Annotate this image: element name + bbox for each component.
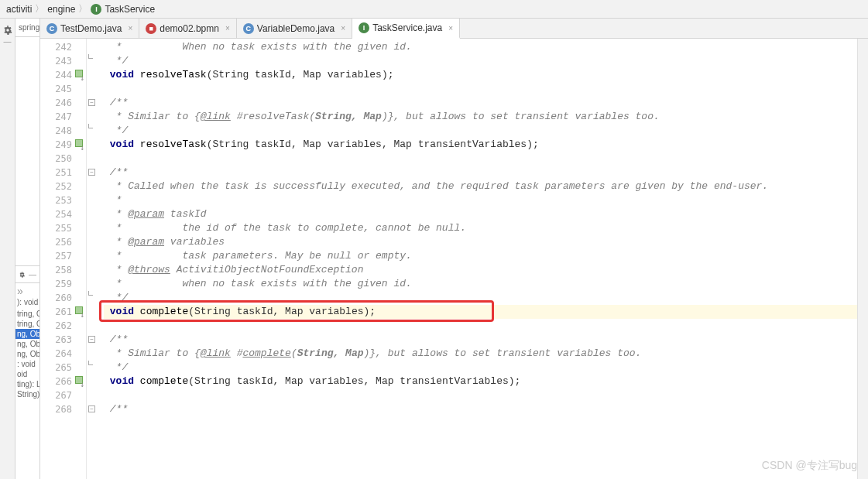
structure-item[interactable]: oid — [15, 369, 39, 379]
code-line[interactable]: * When no task exists with the given id. — [104, 40, 857, 54]
line-number[interactable]: 244↓ — [40, 68, 72, 82]
left-toolbar: — — [0, 19, 15, 479]
tab-taskservice-java[interactable]: ITaskService.java× — [352, 19, 460, 39]
breadcrumb-item[interactable]: engine — [47, 4, 75, 15]
line-number[interactable]: 256 — [40, 235, 72, 249]
code-line[interactable]: void complete(String taskId, Map variabl… — [104, 305, 857, 319]
code-line[interactable]: /** — [104, 96, 857, 110]
line-number[interactable]: 247 — [40, 110, 72, 124]
code-line[interactable]: */ — [104, 291, 857, 305]
code-line[interactable]: * @param variables — [104, 235, 857, 249]
line-number[interactable]: 243 — [40, 54, 72, 68]
line-number[interactable]: 242 — [40, 40, 72, 54]
line-number[interactable]: 248 — [40, 124, 72, 138]
line-number[interactable]: 254 — [40, 207, 72, 221]
code-line[interactable]: * @throws ActivitiObjectNotFoundExceptio… — [104, 263, 857, 277]
implements-arrow-icon[interactable]: ↓ — [80, 308, 84, 322]
line-number[interactable]: 262 — [40, 319, 72, 333]
code-line[interactable]: /** — [104, 402, 857, 416]
implements-arrow-icon[interactable]: ↓ — [80, 141, 84, 155]
structure-item[interactable]: tring, O — [15, 309, 39, 319]
fold-collapse-icon[interactable]: − — [88, 336, 95, 343]
gear-icon[interactable] — [2, 25, 13, 36]
code-line[interactable]: * the id of the task to complete, cannot… — [104, 221, 857, 235]
code-line[interactable]: */ — [104, 361, 857, 375]
code-line[interactable]: /** — [104, 166, 857, 180]
fold-end-icon[interactable] — [88, 361, 93, 365]
code-line[interactable]: * when no task exists with the given id. — [104, 277, 857, 291]
editor-area: CTestDemo.java×■demo02.bpmn×CVariableDem… — [40, 19, 868, 479]
structure-item[interactable]: ting): Lis — [15, 379, 39, 389]
code-content[interactable]: * When no task exists with the given id.… — [98, 39, 857, 479]
structure-header[interactable]: — — [15, 266, 39, 283]
line-gutter[interactable]: 242243244↓245246247248249↓25025125225325… — [40, 39, 87, 479]
fold-collapse-icon[interactable]: − — [88, 405, 95, 412]
line-number[interactable]: 258 — [40, 263, 72, 277]
line-number[interactable]: 263 — [40, 333, 72, 347]
code-line[interactable]: * Similar to {@link #resolveTask(String,… — [104, 110, 857, 124]
code-line[interactable]: * task parameters. May be null or empty. — [104, 249, 857, 263]
tab-variabledemo-java[interactable]: CVariableDemo.java× — [237, 19, 352, 38]
vertical-scrollbar[interactable] — [857, 39, 868, 479]
line-number[interactable]: 246 — [40, 96, 72, 110]
fold-end-icon[interactable] — [88, 124, 93, 128]
line-number[interactable]: 253 — [40, 193, 72, 207]
code-line[interactable]: * Called when the task is successfully e… — [104, 180, 857, 193]
line-number[interactable]: 255 — [40, 221, 72, 235]
close-icon[interactable]: × — [128, 24, 132, 33]
line-number[interactable]: 266↓ — [40, 375, 72, 388]
fold-end-icon[interactable] — [88, 291, 93, 296]
fold-end-icon[interactable] — [88, 54, 93, 59]
structure-item[interactable]: ng, Obje — [15, 339, 39, 349]
line-number[interactable]: 264 — [40, 347, 72, 361]
breadcrumb-item[interactable]: activiti — [6, 4, 32, 15]
collapse-icon[interactable]: — — [4, 37, 12, 46]
line-number[interactable]: 260 — [40, 291, 72, 305]
line-number[interactable]: 250 — [40, 152, 72, 166]
fold-collapse-icon[interactable]: − — [88, 99, 95, 106]
gear-icon[interactable] — [19, 270, 26, 279]
code-line[interactable]: */ — [104, 124, 857, 138]
line-number[interactable]: 265 — [40, 361, 72, 375]
structure-item[interactable]: tring, O — [15, 319, 39, 329]
close-icon[interactable]: × — [448, 24, 453, 33]
close-icon[interactable]: × — [341, 24, 345, 33]
code-line[interactable] — [104, 319, 857, 333]
structure-item[interactable]: ng, Obje — [15, 349, 39, 359]
line-number[interactable]: 257 — [40, 249, 72, 263]
line-number[interactable]: 252 — [40, 180, 72, 193]
code-line[interactable] — [104, 388, 857, 402]
structure-item[interactable]: ng, Obje — [15, 329, 39, 339]
line-number[interactable]: 267 — [40, 388, 72, 402]
code-line[interactable] — [104, 82, 857, 96]
fold-column[interactable]: −−−− — [87, 39, 98, 479]
code-line[interactable]: */ — [104, 54, 857, 68]
structure-item[interactable]: : void — [15, 359, 39, 369]
implements-arrow-icon[interactable]: ↓ — [80, 378, 84, 392]
line-number[interactable]: 268 — [40, 402, 72, 416]
code-line[interactable]: /** — [104, 333, 857, 347]
code-line[interactable] — [104, 152, 857, 166]
code-line[interactable]: void resolveTask(String taskId, Map vari… — [104, 68, 857, 82]
close-icon[interactable]: × — [225, 24, 230, 33]
line-number[interactable]: 251 — [40, 166, 72, 180]
code-line[interactable]: void complete(String taskId, Map variabl… — [104, 375, 857, 388]
tab-testdemo-java[interactable]: CTestDemo.java× — [40, 19, 139, 38]
structure-item[interactable]: String): v — [15, 389, 39, 399]
code-line[interactable]: * — [104, 193, 857, 207]
line-number[interactable]: 245 — [40, 82, 72, 96]
fold-collapse-icon[interactable]: − — [88, 169, 95, 176]
code-line[interactable]: * @param taskId — [104, 207, 857, 221]
line-number[interactable]: 261↓ — [40, 305, 72, 319]
line-number[interactable]: 249↓ — [40, 138, 72, 152]
implements-arrow-icon[interactable]: ↓ — [80, 71, 84, 85]
code-line[interactable]: void resolveTask(String taskId, Map vari… — [104, 138, 857, 152]
code-line[interactable]: * Similar to {@link #complete(String, Ma… — [104, 347, 857, 361]
line-number[interactable]: 259 — [40, 277, 72, 291]
project-header[interactable]: springb — [15, 19, 39, 37]
code-editor[interactable]: 242243244↓245246247248249↓25025125225325… — [40, 39, 868, 479]
breadcrumb-item[interactable]: TaskService — [105, 4, 155, 15]
structure-item[interactable]: ): void — [15, 297, 39, 307]
expand-icon[interactable]: » — [15, 283, 39, 297]
tab-demo02-bpmn[interactable]: ■demo02.bpmn× — [139, 19, 237, 38]
